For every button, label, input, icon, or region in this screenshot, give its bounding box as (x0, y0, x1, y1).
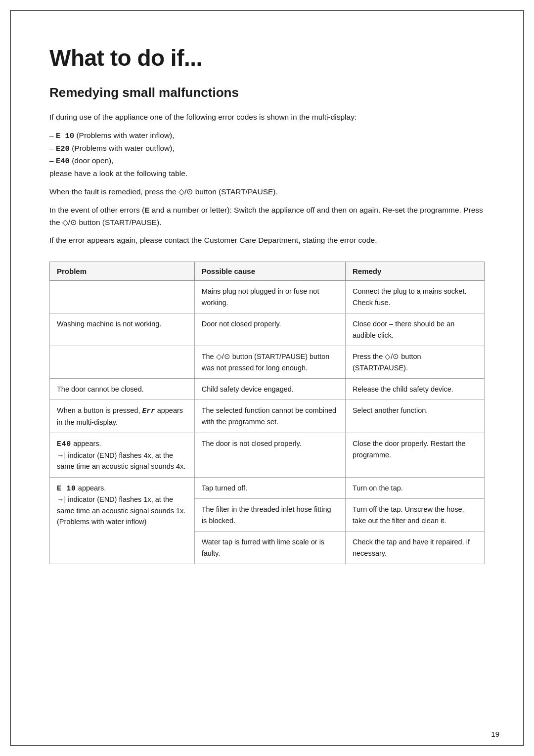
intro-p5: If the error appears again, please conta… (49, 234, 485, 247)
problem-cell (50, 346, 195, 379)
table-header-row: Problem Possible cause Remedy (50, 262, 485, 281)
problem-cell: E 10 appears. →| indicator (END) flashes… (50, 477, 195, 564)
problem-cell (50, 281, 195, 313)
cause-cell: Water tap is furred with lime scale or i… (194, 532, 345, 564)
cause-cell: The selected function cannot be combined… (194, 400, 345, 433)
table-row: The ◇/⊙ button (START/PAUSE) button was … (50, 346, 485, 379)
remedy-cell: Close door – there should be an audible … (345, 313, 484, 346)
remedy-cell: Release the child safety device. (345, 378, 484, 400)
cause-cell: Child safety device engaged. (194, 378, 345, 400)
cause-cell: The ◇/⊙ button (START/PAUSE) button was … (194, 346, 345, 379)
remedy-cell: Press the ◇/⊙ button (START/PAUSE). (345, 346, 484, 379)
table-row: Washing machine is not working. Door not… (50, 313, 485, 346)
remedy-cell: Select another function. (345, 400, 484, 433)
problem-cell: E40 appears. →| indicator (END) flashes … (50, 433, 195, 477)
cause-cell: The door is not closed properly. (194, 433, 345, 477)
remedy-cell: Turn off the tap. Unscrew the hose, take… (345, 499, 484, 532)
problem-cell: Washing machine is not working. (50, 313, 195, 346)
remedy-cell: Connect the plug to a mains socket. Chec… (345, 281, 484, 313)
intro-p3: When the fault is remedied, press the ◇/… (49, 186, 485, 198)
intro-p2: – E 10 (Problems with water inflow), – E… (49, 130, 485, 180)
table-row: E40 appears. →| indicator (END) flashes … (50, 433, 485, 477)
col-remedy: Remedy (345, 262, 484, 281)
problem-cell: The door cannot be closed. (50, 378, 195, 400)
cause-cell: The filter in the threaded inlet hose fi… (194, 499, 345, 532)
cause-cell: Mains plug not plugged in or fuse not wo… (194, 281, 345, 313)
intro-p4: In the event of other errors (E and a nu… (49, 204, 485, 229)
cause-cell: Door not closed properly. (194, 313, 345, 346)
page-number: 19 (491, 730, 499, 738)
intro-p1: If during use of the appliance one of th… (49, 111, 485, 124)
page-title: What to do if... (49, 44, 485, 71)
intro-section: If during use of the appliance one of th… (49, 111, 485, 247)
remedy-cell: Close the door properly. Restart the pro… (345, 433, 484, 477)
troubleshooting-table: Problem Possible cause Remedy Mains plug… (49, 262, 485, 564)
col-cause: Possible cause (194, 262, 345, 281)
remedy-cell: Check the tap and have it repaired, if n… (345, 532, 484, 564)
table-row: When a button is pressed, Err appears in… (50, 400, 485, 433)
cause-cell: Tap turned off. (194, 477, 345, 498)
table-row: Mains plug not plugged in or fuse not wo… (50, 281, 485, 313)
table-row: The door cannot be closed. Child safety … (50, 378, 485, 400)
page-subtitle: Remedying small malfunctions (49, 85, 485, 100)
remedy-cell: Turn on the tap. (345, 477, 484, 498)
problem-cell: When a button is pressed, Err appears in… (50, 400, 195, 433)
table-row: E 10 appears. →| indicator (END) flashes… (50, 477, 485, 498)
col-problem: Problem (50, 262, 195, 281)
